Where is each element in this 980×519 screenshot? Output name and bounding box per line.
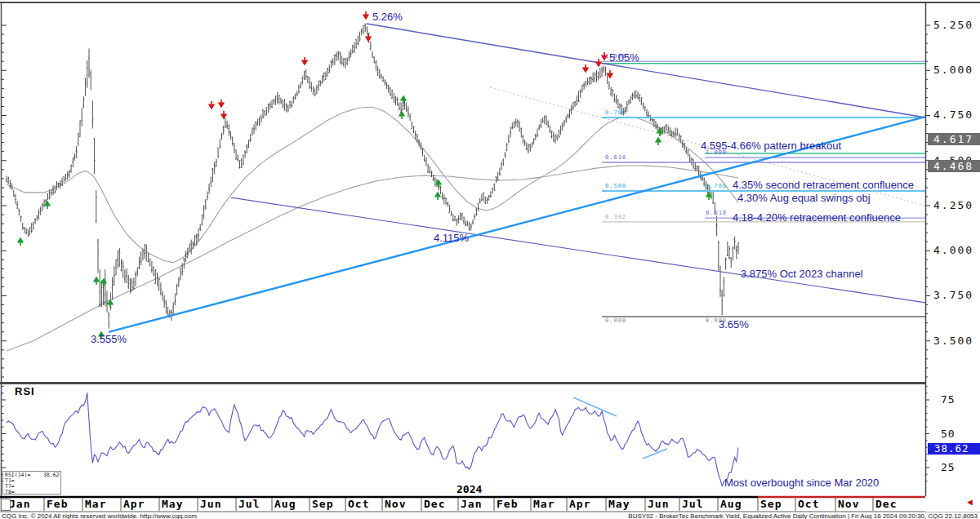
fib-level-label: 0.786 [706,184,727,189]
price-axis-label: 4.250 [933,200,980,211]
axis-checkbox[interactable] [1,499,11,511]
rsi-axis-label: 50 [941,428,956,440]
month-label[interactable]: Dec [875,499,897,510]
month-label[interactable]: Jun [200,499,221,510]
month-label[interactable]: Jan [9,499,30,510]
month-label[interactable]: Aug [274,499,296,510]
status-bar: CQG Inc. © 2024 All rights reserved worl… [0,512,980,519]
chart-annotation: 4.30% Aug equal swings obj [737,193,871,203]
price-axis-label: 3.750 [933,290,980,301]
price-axis-label: 5.250 [933,20,980,31]
copyright-text: CQG Inc. © 2024 All rights reserved worl… [2,512,197,519]
chart-annotation: 4.115% [434,233,469,243]
chart-annotation: 3.555% [91,334,127,344]
month-label[interactable]: Nov [838,499,859,510]
instrument-status-text: BUSY02 - BrokerTec Benchmark Yield, Equa… [628,512,978,519]
fib-level-label: 0.000 [605,318,626,324]
month-label[interactable]: Oct [348,499,369,510]
month-label[interactable]: Apr [569,499,590,510]
chart-annotation: 5.05% [609,52,639,63]
month-label[interactable]: May [162,499,183,510]
month-label[interactable]: Aug [720,499,742,510]
chart-annotation: Most overbought since Mar 2020 [724,477,879,488]
year-label: 2024 [457,483,482,495]
month-label[interactable]: Jul [682,499,703,510]
chart-annotation: 3.875% Oct 2023 channel [741,268,863,279]
month-label[interactable]: Jun [648,499,669,510]
chart-annotation: 5.26% [372,11,403,22]
chart-annotation: 4.18-4.20% retracement confluence [733,212,901,223]
month-label[interactable]: Sep [312,499,333,510]
price-axis-label: 4.000 [933,245,980,256]
rsi-legend-line: T8= [5,490,59,495]
chart-annotation: 3.65% [719,319,749,330]
month-label[interactable]: May [608,499,630,510]
month-label[interactable]: Feb [47,499,68,510]
price-badge: 4.617 [928,133,980,145]
month-label[interactable]: Dec [424,499,445,510]
cqg-chart-window: 1.0000.7860.6180.5000.3820.0001.0000.786… [0,0,980,519]
month-label[interactable]: Apr [123,499,145,510]
fib-level-label: 0.618 [605,155,626,161]
scroll-left-icon[interactable]: ◄ [965,497,974,507]
rsi-axis-label: 25 [941,462,956,473]
month-label[interactable]: Sep [760,499,782,510]
price-axis-label: 5.000 [933,64,980,76]
month-label[interactable]: Jul [238,499,260,510]
rsi-value-badge: 38.62 [928,443,980,455]
price-chart-canvas[interactable] [0,0,980,519]
month-label[interactable]: Mar [85,499,106,510]
fib-level-label: 0.382 [605,215,626,220]
fib-level-label: 0.618 [706,211,727,216]
fib-level-label: 0.786 [605,110,626,116]
month-label[interactable]: Feb [497,499,518,510]
price-axis-label: 3.500 [933,335,980,347]
chart-annotation: 4.35% second retracement confluence [733,180,914,190]
month-label[interactable]: Jan [461,499,482,510]
month-label[interactable]: Oct [798,499,819,510]
price-axis-label: 4.750 [933,109,980,121]
month-label[interactable]: Mar [533,499,555,510]
rsi-study-legend[interactable]: RSI(14)= 38.62T1=T7=T8= [2,471,61,495]
chart-annotation: 4.595-4.66% pattern breakout [701,140,841,151]
price-badge: 4.468 [928,160,980,172]
fib-level-label: 0.500 [605,184,626,189]
rsi-panel-title: RSI [15,385,35,397]
month-label[interactable]: Nov [385,499,406,510]
rsi-axis-label: 75 [941,394,956,406]
